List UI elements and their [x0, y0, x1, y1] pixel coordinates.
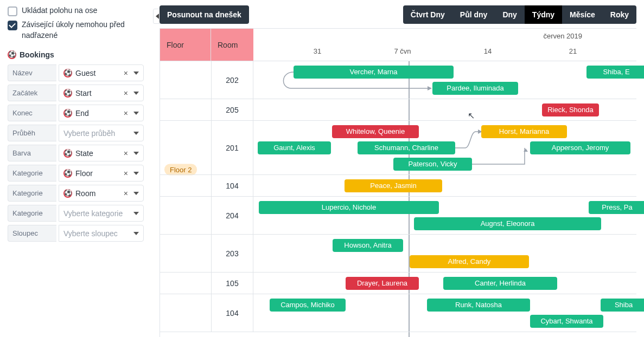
table-icon	[8, 50, 16, 59]
clear-icon[interactable]: ×	[123, 149, 129, 158]
gantt-bar[interactable]: Gaunt, Alexis	[258, 141, 331, 154]
gantt-row: 104Campos, MichikoRunk, NatoshaShibaCyba…	[160, 294, 636, 332]
gantt-bar[interactable]: Press, Pa	[589, 201, 644, 214]
header-floor: Floor	[160, 29, 211, 61]
config-value-text: End	[75, 109, 119, 118]
zoom-tab-týdny[interactable]: Týdny	[525, 5, 562, 24]
config-select[interactable]: Vyberte průběh	[59, 125, 144, 141]
config-select[interactable]: Floor×	[59, 165, 144, 182]
gantt-bar[interactable]: Campos, Michiko	[270, 299, 346, 312]
gantt-bar[interactable]: Pardee, Iluminada	[432, 82, 518, 95]
config-value-text: Vyberte sloupec	[63, 229, 129, 238]
gantt-bar[interactable]: Augnst, Eleonora	[414, 217, 601, 230]
main: Posunout na dnešek Čtvrt DnyPůl dnyDnyTý…	[152, 0, 644, 337]
config-value-text: State	[75, 149, 119, 158]
app-root: Ukládat polohu na ose Závisející úkoly n…	[0, 0, 644, 337]
config-label: Název	[8, 64, 56, 81]
config-select[interactable]: End×	[59, 105, 144, 121]
config-select[interactable]: Room×	[59, 185, 144, 202]
gantt-bar[interactable]: Drayer, Laurena	[346, 277, 419, 290]
gantt-bar[interactable]: Whitelow, Queenie	[332, 125, 419, 138]
checkbox-save-position[interactable]	[8, 7, 17, 16]
clear-icon[interactable]: ×	[123, 69, 129, 77]
month-label: červen 2019	[543, 32, 582, 40]
zoom-tab-půl-dny[interactable]: Půl dny	[452, 5, 495, 24]
config-label: Kategorie	[8, 185, 56, 202]
chevron-down-icon	[133, 172, 139, 175]
room-label: 201	[211, 121, 253, 174]
gantt-bar[interactable]: Rieck, Shonda	[542, 103, 599, 116]
checkbox-dependent-label: Závisející úkoly nemohou před nadřazené	[22, 20, 144, 41]
gantt-bar[interactable]: Horst, Marianna	[481, 125, 567, 138]
gantt-bar[interactable]: Paterson, Vicky	[393, 158, 472, 171]
gantt-rows: Floor 2 202Vercher, MarnaPardee, Ilumina…	[160, 61, 636, 337]
gantt-bar[interactable]: Runk, Natosha	[427, 299, 530, 312]
zoom-tab-čtvrt-dny[interactable]: Čtvrt Dny	[403, 5, 452, 24]
config-select[interactable]: Guest×	[59, 64, 144, 81]
room-label: 204	[211, 197, 253, 234]
checkbox-dependent-row[interactable]: Závisející úkoly nemohou před nadřazené	[8, 20, 144, 41]
chevron-down-icon	[133, 92, 139, 95]
scroll-to-today-button[interactable]: Posunout na dnešek	[160, 5, 249, 24]
config-label: Barva	[8, 145, 56, 161]
time-header: červen 2019 317 čvn1421	[253, 29, 636, 61]
table-icon	[63, 109, 72, 118]
gantt-bar[interactable]: Peace, Jasmin	[345, 179, 442, 192]
chevron-down-icon	[133, 112, 139, 115]
gantt-bar[interactable]: Alfred, Candy	[410, 255, 529, 268]
room-label: 104	[211, 294, 253, 332]
chevron-down-icon	[133, 232, 139, 235]
config-select[interactable]: Vyberte kategorie	[59, 205, 144, 222]
table-icon	[63, 89, 72, 98]
gantt-bar[interactable]: Canter, Herlinda	[443, 277, 557, 290]
gantt-row: 205Rieck, Shonda	[160, 99, 636, 121]
time-tick: 7 čvn	[394, 47, 411, 55]
table-icon	[63, 169, 72, 178]
clear-icon[interactable]: ×	[123, 109, 129, 118]
config-value-text: Floor	[75, 169, 119, 178]
config-row-5: KategorieFloor×	[8, 165, 144, 182]
checkbox-save-position-row[interactable]: Ukládat polohu na ose	[8, 5, 144, 16]
gantt-row: 202Vercher, MarnaPardee, IluminadaShiba,…	[160, 61, 636, 99]
zoom-tab-měsíce[interactable]: Měsíce	[562, 5, 603, 24]
zoom-tab-dny[interactable]: Dny	[495, 5, 524, 24]
header-room: Room	[211, 29, 253, 61]
bookings-section-label: Bookings	[20, 50, 54, 59]
gantt-bar[interactable]: Cybart, Shwanta	[530, 315, 603, 328]
config-select[interactable]: Vyberte sloupec	[59, 225, 144, 242]
gantt-bar[interactable]: Shiba, E	[586, 66, 644, 79]
config-label: Začátek	[8, 85, 56, 101]
gantt-bar[interactable]: Howson, Anitra	[333, 239, 403, 252]
clear-icon[interactable]: ×	[123, 189, 129, 198]
config-label: Kategorie	[8, 205, 56, 222]
chevron-down-icon	[133, 72, 139, 75]
config-value-text: Start	[75, 89, 119, 98]
table-icon	[63, 149, 72, 158]
room-label: 202	[211, 61, 253, 99]
time-tick: 31	[314, 47, 321, 55]
clear-icon[interactable]: ×	[123, 169, 129, 178]
gantt-bar[interactable]: Shiba	[601, 299, 644, 312]
zoom-tab-roky[interactable]: Roky	[603, 5, 636, 24]
gantt-row: 105Drayer, LaurenaCanter, Herlinda	[160, 273, 636, 294]
gantt-bar[interactable]: Lupercio, Nichole	[259, 201, 439, 214]
config-select[interactable]: Start×	[59, 85, 144, 101]
room-label: 205	[211, 99, 253, 120]
config-select[interactable]: State×	[59, 145, 144, 161]
gantt-chart[interactable]: Floor Room červen 2019 317 čvn1421 Floor…	[160, 28, 636, 337]
chevron-down-icon	[133, 132, 139, 135]
config-row-8: SloupecVyberte sloupec	[8, 225, 144, 242]
config-label: Kategorie	[8, 165, 56, 182]
clear-icon[interactable]: ×	[123, 89, 129, 98]
checkbox-dependent[interactable]	[8, 21, 17, 30]
config-row-2: KonecEnd×	[8, 105, 144, 121]
checkbox-save-position-label: Ukládat polohu na ose	[22, 5, 97, 16]
config-label: Sloupec	[8, 225, 56, 242]
table-icon	[63, 189, 72, 198]
config-row-6: KategorieRoom×	[8, 185, 144, 202]
gantt-bar[interactable]: Vercher, Marna	[294, 66, 454, 79]
gantt-bar[interactable]: Schumann, Charline	[358, 141, 455, 154]
gantt-row: 204Lupercio, NicholePress, PaAugnst, Ele…	[160, 197, 636, 235]
gantt-bar[interactable]: Apperson, Jeromy	[530, 141, 630, 154]
config-row-3: PrůběhVyberte průběh	[8, 125, 144, 141]
